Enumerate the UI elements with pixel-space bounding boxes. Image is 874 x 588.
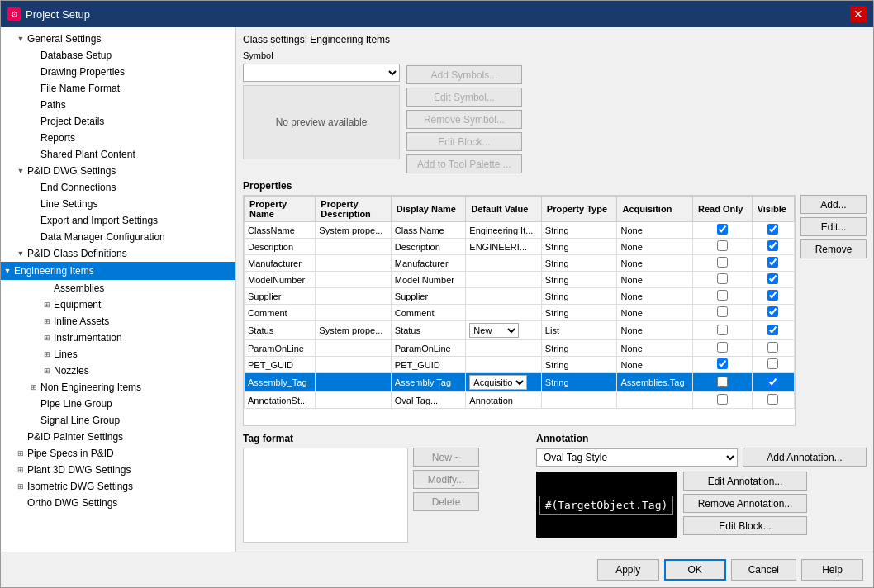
- readonly-checkbox[interactable]: [717, 325, 728, 335]
- acquisition-dropdown[interactable]: Acquisition: [469, 375, 527, 390]
- table-row[interactable]: PET_GUIDPET_GUIDStringNone: [245, 357, 795, 373]
- ok-button[interactable]: OK: [664, 559, 726, 581]
- sidebar-item-isometric[interactable]: ⊞ Isometric DWG Settings: [1, 478, 235, 495]
- remove-symbol-button[interactable]: Remove Symbol...: [406, 110, 522, 129]
- apply-button[interactable]: Apply: [597, 559, 659, 581]
- readonly-checkbox[interactable]: [717, 257, 728, 268]
- sidebar-item-line-settings[interactable]: Line Settings: [1, 196, 235, 212]
- readonly-checkbox[interactable]: [717, 377, 728, 387]
- remove-property-button[interactable]: Remove: [800, 239, 867, 258]
- visible-checkbox[interactable]: [767, 342, 778, 353]
- sidebar-item-ortho[interactable]: Ortho DWG Settings: [1, 495, 235, 511]
- table-cell-visible: [752, 288, 794, 305]
- sidebar-item-reports[interactable]: Reports: [1, 130, 235, 146]
- readonly-checkbox[interactable]: [717, 290, 728, 301]
- sidebar-item-inline-assets[interactable]: ⊞ Inline Assets: [1, 313, 235, 330]
- sidebar-item-data-manager[interactable]: Data Manager Configuration: [1, 229, 235, 245]
- annotation-style-dropdown[interactable]: Oval Tag Style: [536, 448, 738, 467]
- sidebar-item-pid-dwg[interactable]: ▼ P&ID DWG Settings: [1, 163, 235, 179]
- readonly-checkbox[interactable]: [717, 358, 728, 369]
- visible-checkbox[interactable]: [767, 325, 778, 335]
- visible-checkbox[interactable]: [767, 377, 778, 387]
- table-row[interactable]: ManufacturerManufacturerStringNone: [245, 255, 795, 272]
- table-cell: [316, 272, 391, 288]
- symbol-dropdown[interactable]: [243, 64, 400, 82]
- table-row[interactable]: Assembly_TagAssembly TagAcquisitionStrin…: [245, 373, 795, 392]
- sidebar-item-file-name-format[interactable]: File Name Format: [1, 80, 235, 97]
- sidebar-label-pipe-specs: Pipe Specs in P&ID: [27, 448, 114, 459]
- sidebar-item-project-details[interactable]: Project Details: [1, 113, 235, 130]
- table-row[interactable]: DescriptionDescriptionENGINEERI...String…: [245, 239, 795, 255]
- sidebar-item-pipe-specs[interactable]: ⊞ Pipe Specs in P&ID: [1, 445, 235, 462]
- add-property-button[interactable]: Add...: [800, 195, 867, 214]
- sidebar-item-nozzles[interactable]: ⊞ Nozzles: [1, 363, 235, 379]
- table-cell: Manufacturer: [391, 255, 466, 272]
- edit-property-button[interactable]: Edit...: [800, 217, 867, 236]
- table-row[interactable]: ClassNameSystem prope...Class NameEngine…: [245, 222, 795, 239]
- visible-checkbox[interactable]: [767, 240, 778, 251]
- readonly-checkbox[interactable]: [717, 342, 728, 353]
- visible-checkbox[interactable]: [767, 394, 778, 405]
- project-setup-window: ⚙ Project Setup ✕ ▼ General Settings Dat…: [0, 0, 874, 588]
- edit-block-button[interactable]: Edit Block...: [406, 132, 522, 151]
- table-row[interactable]: SupplierSupplierStringNone: [245, 288, 795, 305]
- add-to-tool-palette-button[interactable]: Add to Tool Palette ...: [406, 154, 522, 173]
- table-cell-default: ENGINEERI...: [466, 239, 542, 255]
- delete-tag-button[interactable]: Delete: [413, 492, 479, 511]
- sidebar-item-non-engineering[interactable]: ⊞ Non Engineering Items: [1, 379, 235, 396]
- readonly-checkbox[interactable]: [717, 240, 728, 251]
- th-property-type: Property Type: [541, 197, 617, 222]
- edit-annotation-button[interactable]: Edit Annotation...: [683, 472, 807, 491]
- table-row[interactable]: ModelNumberModel NumberStringNone: [245, 272, 795, 288]
- sidebar-item-pid-class-defs[interactable]: ▼ P&ID Class Definitions: [1, 245, 235, 262]
- sidebar-item-pipe-line-group[interactable]: Pipe Line Group: [1, 396, 235, 412]
- sidebar-item-database-setup[interactable]: Database Setup: [1, 47, 235, 64]
- sidebar-item-equipment[interactable]: ⊞ Equipment: [1, 296, 235, 313]
- edit-symbol-button[interactable]: Edit Symbol...: [406, 88, 522, 107]
- sidebar-item-shared-plant[interactable]: Shared Plant Content: [1, 146, 235, 163]
- sidebar-item-export-import[interactable]: Export and Import Settings: [1, 212, 235, 229]
- table-cell: String: [541, 255, 617, 272]
- sidebar-item-plant-3d[interactable]: ⊞ Plant 3D DWG Settings: [1, 462, 235, 478]
- table-row[interactable]: StatusSystem prope...StatusNewListNone: [245, 321, 795, 340]
- help-button[interactable]: Help: [801, 559, 863, 581]
- table-cell: [316, 373, 391, 392]
- edit-block-annotation-button[interactable]: Edit Block...: [683, 516, 807, 535]
- add-annotation-button[interactable]: Add Annotation...: [743, 448, 867, 467]
- sidebar-label-equipment: Equipment: [54, 299, 101, 311]
- sidebar-item-engineering-items[interactable]: ▼ Engineering Items: [1, 262, 235, 280]
- remove-annotation-button[interactable]: Remove Annotation...: [683, 494, 807, 513]
- visible-checkbox[interactable]: [767, 358, 778, 369]
- close-button[interactable]: ✕: [850, 6, 867, 22]
- table-row[interactable]: ParamOnLineParamOnLineStringNone: [245, 340, 795, 357]
- sidebar-item-pid-painter[interactable]: P&ID Painter Settings: [1, 429, 235, 445]
- sidebar-item-paths[interactable]: Paths: [1, 97, 235, 113]
- readonly-checkbox[interactable]: [717, 394, 728, 405]
- cancel-button[interactable]: Cancel: [731, 559, 796, 581]
- sidebar-item-assemblies[interactable]: Assemblies: [1, 280, 235, 296]
- readonly-checkbox[interactable]: [717, 306, 728, 317]
- table-cell-readonly: [692, 321, 752, 340]
- sidebar-item-signal-line-group[interactable]: Signal Line Group: [1, 412, 235, 429]
- table-cell: Status: [245, 321, 316, 340]
- readonly-checkbox[interactable]: [717, 273, 728, 284]
- sidebar-item-drawing-properties[interactable]: Drawing Properties: [1, 64, 235, 80]
- sidebar-item-lines[interactable]: ⊞ Lines: [1, 346, 235, 363]
- modify-tag-button[interactable]: Modify...: [413, 470, 479, 489]
- visible-checkbox[interactable]: [767, 224, 778, 235]
- new-tag-button[interactable]: New ~: [413, 448, 479, 467]
- visible-checkbox[interactable]: [767, 257, 778, 268]
- table-row[interactable]: AnnotationSt...Oval Tag...Annotation: [245, 392, 795, 409]
- tag-format-list[interactable]: [243, 448, 408, 543]
- visible-checkbox[interactable]: [767, 290, 778, 301]
- visible-checkbox[interactable]: [767, 273, 778, 284]
- status-dropdown[interactable]: New: [469, 323, 519, 338]
- sidebar-item-instrumentation[interactable]: ⊞ Instrumentation: [1, 330, 235, 346]
- readonly-checkbox[interactable]: [717, 224, 728, 235]
- sidebar-item-general-settings[interactable]: ▼ General Settings: [1, 31, 235, 47]
- add-symbols-button[interactable]: Add Symbols...: [406, 65, 522, 84]
- table-row[interactable]: CommentCommentStringNone: [245, 305, 795, 321]
- table-cell: Description: [245, 239, 316, 255]
- sidebar-item-end-connections[interactable]: End Connections: [1, 179, 235, 196]
- visible-checkbox[interactable]: [767, 306, 778, 317]
